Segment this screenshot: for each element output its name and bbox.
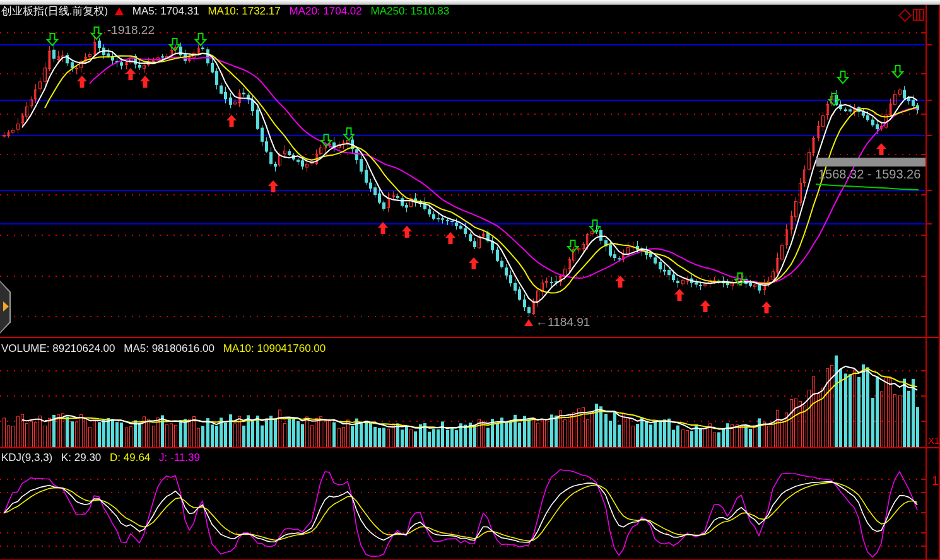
- volume-value: VOLUME: 89210624.00: [1, 342, 115, 354]
- split-window-icon[interactable]: [913, 9, 924, 21]
- chart-canvas[interactable]: [0, 0, 940, 560]
- main-chart-header: 创业板指(日线.前复权) MA5: 1704.31 MA10: 1732.17 …: [1, 4, 455, 18]
- trading-app-window: 创业板指(日线.前复权) MA5: 1704.31 MA10: 1732.17 …: [0, 0, 940, 560]
- high-price-annotation: -1918.22: [107, 23, 155, 37]
- instrument-title: 创业板指(日线.前复权): [1, 5, 108, 17]
- up-arrow-icon: [115, 8, 124, 15]
- kdj-d-value: D: 49.64: [110, 452, 150, 464]
- volume-scale-label: X1: [928, 435, 939, 446]
- kdj-axis-label: 1: [932, 474, 939, 488]
- ma250-value: MA250: 1510.83: [370, 5, 449, 17]
- expand-arrow-icon: [3, 301, 9, 312]
- volume-ma5-value: MA5: 98180616.00: [124, 342, 214, 354]
- ma10-value: MA10: 1732.17: [208, 5, 280, 17]
- kdj-k-value: K: 29.30: [61, 452, 101, 464]
- kdj-header: KDJ(9,3,3) K: 29.30 D: 49.64 J: -11.39: [1, 452, 206, 464]
- zoom-range-bar: [816, 158, 925, 166]
- low-price-annotation: ←1184.91: [536, 315, 590, 329]
- kdj-j-value: J: -11.39: [159, 452, 200, 464]
- ma5-value: MA5: 1704.31: [132, 5, 199, 17]
- kdj-name: KDJ(9,3,3): [1, 452, 52, 464]
- ma20-value: MA20: 1704.02: [289, 5, 361, 17]
- price-range-annotation: 1568.32 - 1593.26: [818, 167, 920, 182]
- volume-header: VOLUME: 89210624.00 MA5: 98180616.00 MA1…: [1, 342, 331, 355]
- volume-ma10-value: MA10: 109041760.00: [223, 342, 326, 354]
